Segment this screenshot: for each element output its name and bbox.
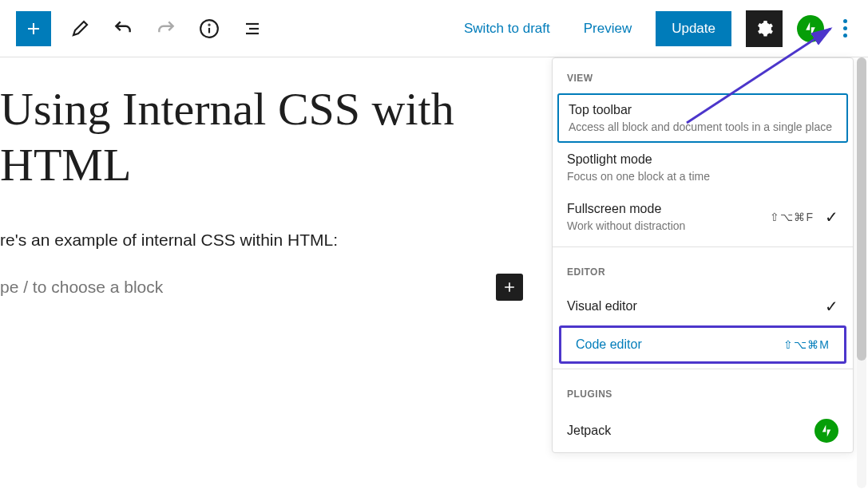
preview-link[interactable]: Preview [574,14,641,43]
code-editor-option[interactable]: Code editor ⇧⌥⌘M [559,325,846,364]
spotlight-label: Spotlight mode [567,152,838,167]
divider [553,246,853,247]
fullscreen-label: Fullscreen mode [567,202,770,216]
jetpack-label: Jetpack [567,424,814,438]
jetpack-button[interactable] [797,15,824,42]
plugins-section-header: PLUGINS [553,374,853,409]
switch-to-draft-link[interactable]: Switch to draft [454,14,560,43]
check-icon: ✓ [825,297,838,316]
options-dropdown: VIEW Top toolbar Access all block and do… [552,57,854,453]
divider [553,369,853,369]
svg-point-2 [208,24,209,25]
inline-add-button[interactable] [496,274,523,301]
top-toolbar-desc: Access all block and document tools in a… [569,120,837,133]
toolbar-right: Switch to draft Preview Update [454,10,852,47]
jetpack-icon [814,419,838,443]
spotlight-desc: Focus on one block at a time [567,170,838,183]
settings-button[interactable] [746,10,783,47]
outline-button[interactable] [238,14,267,43]
view-section-header: VIEW [553,58,853,93]
toolbar-left [16,11,267,46]
edit-icon[interactable] [65,14,94,43]
fullscreen-desc: Work without distraction [567,219,770,232]
visual-editor-label: Visual editor [567,299,825,314]
check-icon: ✓ [825,207,838,227]
code-editor-label: Code editor [576,337,783,352]
info-button[interactable] [195,14,224,43]
visual-editor-option[interactable]: Visual editor ✓ [553,287,853,325]
code-editor-shortcut: ⇧⌥⌘M [783,338,830,351]
update-button[interactable]: Update [656,11,731,46]
block-placeholder[interactable]: pe / to choose a block [0,278,163,297]
top-toolbar: Switch to draft Preview Update [0,0,868,57]
redo-button [152,14,180,43]
scrollbar-thumb[interactable] [857,57,866,361]
fullscreen-shortcut: ⇧⌥⌘F [770,211,814,223]
block-placeholder-row: pe / to choose a block [0,274,523,301]
spotlight-option[interactable]: Spotlight mode Focus on one block at a t… [553,143,853,192]
jetpack-option[interactable]: Jetpack [553,409,853,452]
scrollbar[interactable] [857,57,866,488]
more-options-button[interactable] [838,14,852,42]
top-toolbar-option[interactable]: Top toolbar Access all block and documen… [557,93,848,143]
undo-button[interactable] [109,14,137,43]
fullscreen-option[interactable]: Fullscreen mode Work without distraction… [553,192,853,242]
post-title[interactable]: Using Internal CSS with HTML [0,81,511,192]
add-block-button[interactable] [16,11,51,46]
editor-section-header: EDITOR [553,252,853,287]
top-toolbar-label: Top toolbar [569,103,837,117]
